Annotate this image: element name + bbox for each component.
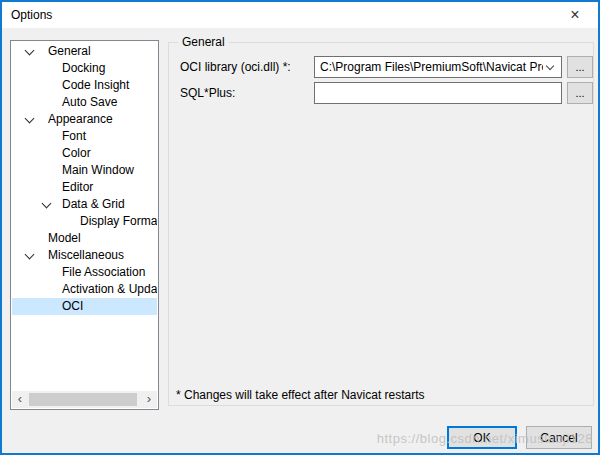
sidebar-item-data-grid[interactable]: Data & Grid <box>12 196 157 213</box>
groupbox-title: General <box>178 35 229 49</box>
sqlplus-label: SQL*Plus: <box>180 82 235 104</box>
options-dialog: Options × GeneralDockingCode InsightAuto… <box>0 0 600 455</box>
options-tree-rows: GeneralDockingCode InsightAuto SaveAppea… <box>12 43 157 391</box>
general-groupbox: General OCI library (oci.dll) *: C:\Prog… <box>168 42 594 406</box>
sidebar-item-label: Model <box>48 231 81 245</box>
scroll-right-icon[interactable]: › <box>141 391 157 408</box>
sidebar-item-label: OCI <box>62 299 83 313</box>
oci-library-combobox[interactable]: C:\Program Files\PremiumSoft\Navicat Pre <box>314 56 562 78</box>
ok-button[interactable]: OK <box>447 426 517 449</box>
sidebar-item-label: File Association <box>62 265 145 279</box>
sidebar-item-code-insight[interactable]: Code Insight <box>12 77 157 94</box>
sidebar-item-general[interactable]: General <box>12 43 157 60</box>
title-bar: Options × <box>2 2 598 28</box>
tree-horizontal-scrollbar[interactable]: ‹ › <box>12 391 157 408</box>
oci-library-label: OCI library (oci.dll) *: <box>180 56 291 78</box>
sidebar-item-label: Auto Save <box>62 95 117 109</box>
sidebar-item-label: Main Window <box>62 163 134 177</box>
sidebar-item-label: Color <box>62 146 91 160</box>
options-tree: GeneralDockingCode InsightAuto SaveAppea… <box>10 40 159 410</box>
oci-library-browse-button[interactable]: ... <box>567 56 593 78</box>
sidebar-item-label: Docking <box>62 61 105 75</box>
sidebar-item-activation-updat[interactable]: Activation & Updat <box>12 281 157 298</box>
sidebar-item-label: Font <box>62 129 86 143</box>
sidebar-item-file-association[interactable]: File Association <box>12 264 157 281</box>
sidebar-item-font[interactable]: Font <box>12 128 157 145</box>
cancel-button[interactable]: Cancel <box>526 426 592 449</box>
sidebar-item-miscellaneous[interactable]: Miscellaneous <box>12 247 157 264</box>
sidebar-item-label: General <box>48 44 91 58</box>
sidebar-item-docking[interactable]: Docking <box>12 60 157 77</box>
chevron-down-icon[interactable] <box>546 62 554 70</box>
sidebar-item-label: Activation & Updat <box>62 282 157 296</box>
sqlplus-input[interactable] <box>314 82 562 104</box>
chevron-down-icon[interactable] <box>42 199 52 209</box>
sidebar-item-display-format[interactable]: Display Format <box>12 213 157 230</box>
restart-note: * Changes will take effect after Navicat… <box>176 388 425 402</box>
chevron-down-icon[interactable] <box>25 114 35 124</box>
sidebar-item-label: Editor <box>62 180 93 194</box>
chevron-down-icon[interactable] <box>25 46 35 56</box>
window-title: Options <box>11 2 52 28</box>
sidebar-item-label: Appearance <box>48 112 113 126</box>
sqlplus-browse-button[interactable]: ... <box>567 82 593 104</box>
close-icon[interactable]: × <box>558 2 592 28</box>
sidebar-item-label: Display Format <box>80 214 157 228</box>
sidebar-item-editor[interactable]: Editor <box>12 179 157 196</box>
oci-library-value: C:\Program Files\PremiumSoft\Navicat Pre <box>320 57 543 77</box>
scrollbar-thumb[interactable] <box>29 393 137 406</box>
sidebar-item-label: Data & Grid <box>62 197 125 211</box>
sidebar-item-auto-save[interactable]: Auto Save <box>12 94 157 111</box>
scroll-left-icon[interactable]: ‹ <box>12 391 28 408</box>
sidebar-item-label: Miscellaneous <box>48 248 124 262</box>
sidebar-item-main-window[interactable]: Main Window <box>12 162 157 179</box>
sidebar-item-label: Code Insight <box>62 78 129 92</box>
sidebar-item-model[interactable]: Model <box>12 230 157 247</box>
sidebar-item-appearance[interactable]: Appearance <box>12 111 157 128</box>
chevron-down-icon[interactable] <box>25 250 35 260</box>
sidebar-item-oci[interactable]: OCI <box>12 298 157 315</box>
sidebar-item-color[interactable]: Color <box>12 145 157 162</box>
